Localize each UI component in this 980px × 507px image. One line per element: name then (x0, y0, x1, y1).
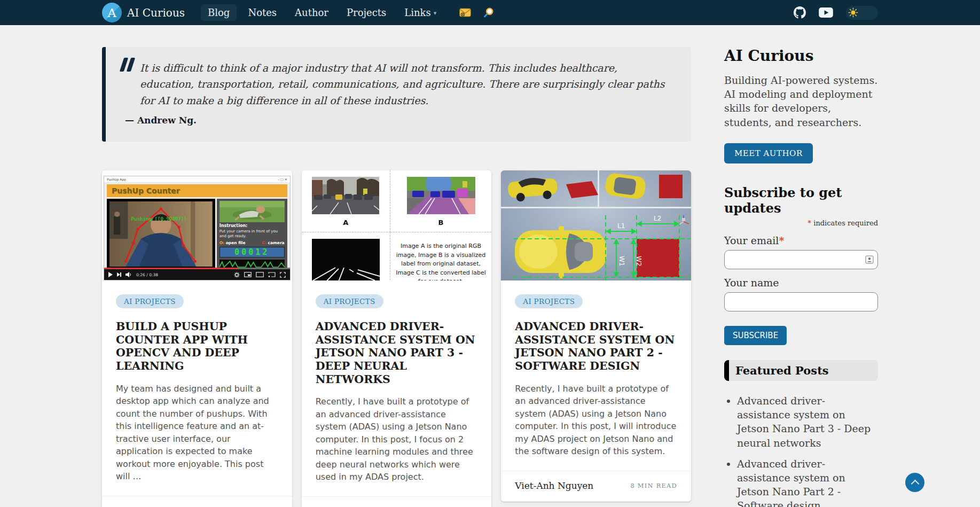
featured-posts-heading: Featured Posts (724, 360, 878, 381)
email-input[interactable] (724, 250, 878, 269)
chevron-up-icon (911, 480, 919, 488)
instructor-photo (219, 201, 285, 222)
email-label-text: Your email (724, 235, 779, 246)
sun-icon (848, 7, 858, 18)
instruction-title: Instruction: (219, 223, 285, 228)
email-required-star: * (779, 235, 784, 246)
quote-mark-icon (120, 58, 138, 74)
nav-item-blog[interactable]: Blog (201, 4, 237, 21)
primary-nav: Blog Notes Author Projects Links▾ (201, 4, 443, 21)
featured-posts-list: Advanced driver-assistance sys­tem on Je… (724, 394, 878, 507)
window-controls-icons: – □ ✕ (278, 177, 287, 181)
rgb-street-illustration (312, 177, 379, 214)
nav-item-links-label: Links (404, 7, 430, 18)
post-title[interactable]: ADVANCED DRIVER-ASSIST­ANCE SYSTEM ON JE… (515, 320, 677, 372)
theme-toggle[interactable] (846, 6, 878, 20)
nav-item-notes[interactable]: Notes (241, 4, 284, 21)
post-card-pushup[interactable]: PushUp App – □ ✕ PushUp Counter (102, 170, 292, 507)
required-note: * indicates required (724, 219, 878, 227)
next-frame-icon[interactable] (117, 272, 121, 277)
car-simulation-illustration: L1 L2 W1 W2 (501, 170, 691, 280)
name-label: Your name (724, 277, 878, 288)
nav-item-links[interactable]: Links▾ (397, 4, 443, 21)
email-icon[interactable] (459, 8, 471, 17)
pushup-banner: PushUp Counter (107, 184, 287, 197)
open-file-hint: O: open file (219, 240, 246, 245)
post-thumbnail-pushup[interactable]: PushUp App – □ ✕ PushUp Counter (102, 170, 292, 280)
video-time: 0:26 / 0:38 (136, 272, 158, 277)
dataset-cell-c (302, 232, 390, 280)
sidebar-site-title: AI Curious (724, 47, 878, 65)
site-logo[interactable]: A (102, 3, 122, 22)
featured-heading-text: Featured Posts (735, 364, 829, 377)
required-note-text: indicates required (811, 219, 878, 227)
post-thumbnail-simulation[interactable]: L1 L2 W1 W2 (501, 170, 691, 280)
figure-caption: Image A is the original RGB image, Image… (390, 232, 492, 280)
category-badge[interactable]: AI PROJECTS (116, 294, 184, 308)
sidebar-description: Building AI-powered systems. AI modeling… (724, 73, 878, 129)
dimension-label-w2: W2 (635, 256, 642, 267)
dimension-label-l2: L2 (654, 215, 661, 222)
category-badge[interactable]: AI PROJECTS (316, 294, 383, 308)
post-card-body: AI PROJECTS ADVANCED DRIVER-ASSIST­ANCE … (501, 280, 691, 457)
post-card-footer: Viet-Anh Nguyen 16 MIN READ (302, 496, 492, 507)
nav-item-projects[interactable]: Projects (340, 4, 393, 21)
settings-gear-icon[interactable] (234, 272, 240, 278)
nav-quick-icons (459, 7, 494, 18)
subscribe-heading: Subscribe to get updates (724, 185, 878, 216)
featured-post-link[interactable]: Advanced driver-assistance sys­tem on Je… (737, 394, 878, 450)
quote-text: It is difficult to think of a major indu… (140, 60, 670, 108)
navbar-inner: A AI Curious Blog Notes Author Projects … (102, 0, 878, 25)
segmentation-illustration (407, 177, 475, 214)
scroll-to-top-button[interactable] (905, 473, 924, 492)
post-card-adas-part3[interactable]: A (302, 170, 492, 507)
post-excerpt: My team has designed and built a desktop… (116, 383, 278, 483)
github-icon[interactable] (794, 6, 806, 19)
autofill-contact-icon[interactable] (865, 255, 874, 264)
pushup-main-area: Pushing [[0.99897]] (107, 199, 287, 269)
nav-item-author[interactable]: Author (288, 4, 335, 21)
figure-label-b: B (438, 219, 444, 227)
cast-icon[interactable] (268, 272, 276, 277)
page-content: It is difficult to think of a major indu… (102, 25, 878, 507)
post-title[interactable]: ADVANCED DRIVER-ASSIST­ANCE SYSTEM ON JE… (316, 320, 478, 386)
dataset-cell-a: A (302, 170, 390, 232)
dataset-figure: A (302, 170, 492, 280)
post-author[interactable]: Viet-Anh Nguyen (515, 480, 593, 491)
meet-author-button[interactable]: MEET AUTHOR (724, 143, 813, 163)
volume-icon[interactable] (126, 272, 132, 277)
subscribe-button[interactable]: SUBSCRIBE (724, 326, 787, 345)
post-card-footer: Viet-Anh Nguyen 7 MIN READ (102, 496, 292, 507)
detection-label: Pushing [[0.99897]] (131, 216, 187, 222)
sidebar: AI Curious Building AI-powered systems. … (724, 47, 878, 507)
post-card-adas-part2[interactable]: L1 L2 W1 W2 AI PROJECTS (501, 170, 691, 501)
search-icon[interactable] (483, 7, 494, 18)
post-thumbnail-dataset[interactable]: A (302, 170, 492, 280)
instruction-text: Put your camera in front of you and get … (219, 229, 285, 239)
post-card-body: AI PROJECTS BUILD A PUSHUP COUNTER APP W… (102, 280, 292, 483)
intro-quote: It is difficult to think of a major indu… (102, 47, 691, 142)
brand-title[interactable]: AI Curious (127, 6, 185, 19)
posts-row: PushUp App – □ ✕ PushUp Counter (102, 170, 691, 507)
site-logo-letter: A (107, 6, 116, 20)
featured-post-link[interactable]: Advanced driver-assistance sys­tem on Je… (737, 457, 878, 507)
post-card-footer: Viet-Anh Nguyen 8 MIN READ (501, 471, 691, 502)
pushup-counter-display: 00012 (219, 247, 285, 258)
post-title[interactable]: BUILD A PUSHUP COUNTER APP WITH OPENCV A… (116, 320, 278, 372)
name-input[interactable] (724, 292, 878, 311)
play-icon[interactable] (108, 272, 113, 277)
youtube-icon[interactable] (819, 7, 833, 18)
email-input-wrap (724, 250, 878, 269)
pushup-window-title: PushUp App (107, 177, 126, 181)
email-label: Your email* (724, 235, 878, 246)
navbar: A AI Curious Blog Notes Author Projects … (0, 0, 980, 25)
chevron-down-icon: ▾ (434, 10, 437, 17)
fullscreen-icon[interactable] (280, 272, 286, 278)
pushup-app-window: PushUp App – □ ✕ PushUp Counter (104, 176, 291, 280)
webcam-view: Pushing [[0.99897]] (107, 199, 215, 269)
theater-mode-icon[interactable] (256, 272, 264, 277)
hotkey-hints: O: open file C: camera (219, 240, 285, 245)
dimension-label-w1: W1 (618, 256, 625, 267)
category-badge[interactable]: AI PROJECTS (515, 294, 583, 308)
miniplayer-icon[interactable] (244, 272, 252, 277)
